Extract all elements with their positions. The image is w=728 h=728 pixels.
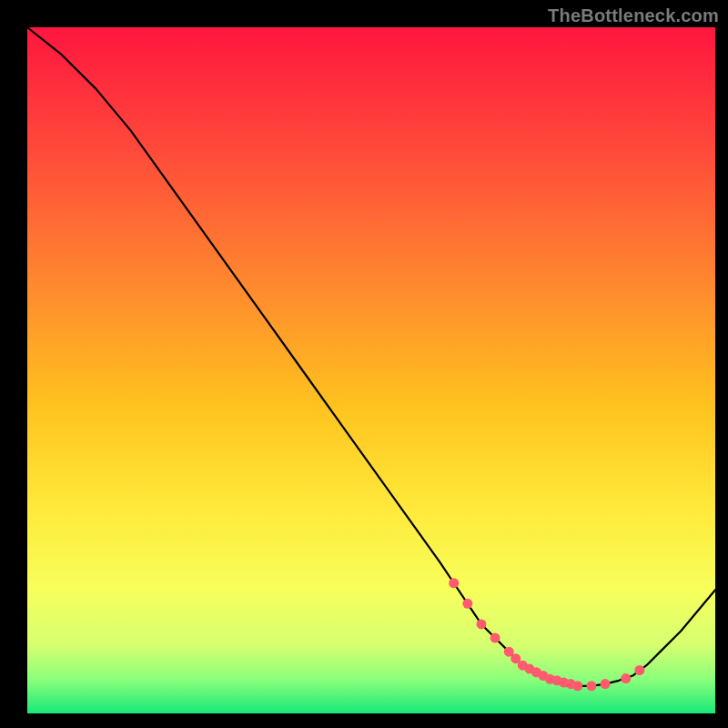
watermark-label: TheBottleneck.com — [548, 5, 719, 26]
chart-container: TheBottleneck.com — [0, 0, 728, 728]
chart-canvas — [0, 0, 728, 728]
